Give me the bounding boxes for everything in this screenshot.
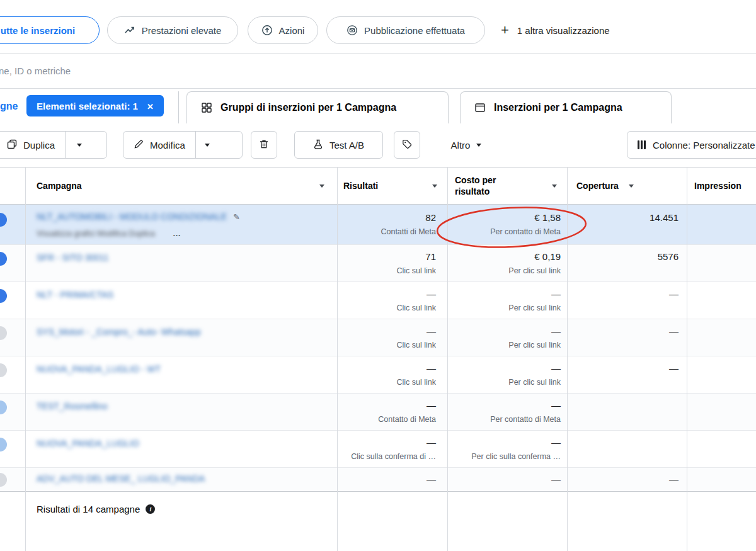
campaign-toggle[interactable] (0, 473, 7, 487)
table-row[interactable]: NUOVA_PANDA_LUGLIO - WT —Clic sul link —… (0, 356, 756, 394)
pencil-icon[interactable] (233, 211, 240, 222)
campaign-name-link[interactable]: NLT_AUTOMOBILI - MODULO CONDIZIONALE (37, 212, 227, 222)
sort-caret-icon[interactable] (629, 185, 634, 188)
more-actions-icon[interactable] (173, 229, 181, 238)
results-value: 71 (337, 251, 436, 262)
cost-cell: € 1,58 Per contatto di Meta (447, 212, 567, 236)
header-results[interactable]: Risultati (337, 168, 447, 204)
pencil-icon (134, 139, 144, 151)
table-row[interactable]: SYS_Motori - _Compro_- Auto- Whatsapp —C… (0, 319, 756, 356)
selected-elements-label: Elementi selezionati: 1 (37, 101, 138, 111)
edit-label: Modifica (150, 140, 185, 151)
duplicate-split-button: Duplica (0, 131, 107, 159)
flask-icon (313, 139, 323, 151)
campaign-toggle[interactable] (0, 213, 7, 227)
edit-dropdown[interactable] (195, 132, 219, 158)
campaign-name-link[interactable]: TEST_Rosmellino (37, 401, 108, 411)
filter-pill-all-ads[interactable]: utte le inserzioni (0, 16, 100, 44)
filter-pill-label: utte le inserzioni (1, 25, 75, 36)
campaign-toggle[interactable] (0, 400, 7, 414)
sort-caret-icon[interactable] (552, 185, 557, 188)
tag-button[interactable] (394, 131, 420, 159)
table-row[interactable]: ADV_AUTO DEL MESE_ LUGLIO_PANDA — — — (0, 468, 756, 492)
filter-pill-label: Prestazioni elevate (142, 25, 222, 36)
cost-label: Per clic sul link (447, 378, 561, 387)
campaign-toggle[interactable] (0, 289, 7, 303)
header-reach-label: Copertura (576, 181, 619, 191)
table-row[interactable]: SFR - SITO 30011 71Clic sul link € 0,19P… (0, 245, 756, 282)
duplicate-label: Duplica (23, 140, 55, 151)
duplicate-dropdown[interactable] (65, 132, 93, 158)
cost-value: — (447, 326, 561, 336)
campaign-cell: NLT_AUTOMOBILI - MODULO CONDIZIONALE Vis… (37, 211, 307, 222)
cost-value: — (447, 363, 561, 373)
campaign-toggle[interactable] (0, 363, 7, 377)
header-campaign-label: Campagna (37, 181, 82, 191)
results-label: Clic sul link (337, 266, 436, 275)
tab-campaigns[interactable]: gne (0, 89, 18, 123)
filter-pill-published[interactable]: Pubblicazione effettuata (326, 16, 485, 44)
actions-toolbar: Duplica Modifica Test A/B (0, 123, 756, 167)
campaign-name-link[interactable]: NUOVA_PANDA_LUGLIO (37, 438, 139, 448)
campaign-name-link[interactable]: NLT - PRIMA/CTAS (37, 290, 113, 300)
edit-button[interactable]: Modifica (123, 132, 195, 158)
results-label: Clic sul link (337, 341, 436, 349)
tab-adsets[interactable]: Gruppi di inserzioni per 1 Campagna (186, 91, 449, 123)
results-label: Clic sulla conferma di … (337, 452, 436, 461)
filter-pill-actions[interactable]: Azioni (248, 16, 318, 44)
search-bar[interactable]: ne, ID o metriche (0, 54, 756, 89)
delete-button[interactable] (251, 131, 277, 159)
reach-value: — (567, 363, 679, 373)
tag-icon (402, 139, 412, 151)
ad-window-icon (474, 102, 486, 113)
reach-value: — (567, 326, 679, 336)
campaign-toggle[interactable] (0, 252, 7, 266)
campaign-name-link[interactable]: ADV_AUTO DEL MESE_ LUGLIO_PANDA (37, 474, 205, 484)
trash-icon (259, 139, 269, 151)
selected-elements-badge[interactable]: Elementi selezionati: 1 (26, 95, 164, 116)
reach-value: — (567, 474, 679, 484)
columns-button[interactable]: Colonne: Personalizzate (627, 131, 756, 159)
info-icon[interactable] (146, 504, 155, 514)
sort-caret-icon[interactable] (432, 185, 437, 188)
sort-caret-icon[interactable] (319, 185, 324, 188)
tab-ads[interactable]: Inserzioni per 1 Campagna (460, 91, 672, 123)
chevron-down-icon (476, 144, 481, 147)
table-row[interactable]: TEST_Rosmellino —Contatto di Meta —Per c… (0, 394, 756, 431)
close-icon[interactable] (147, 101, 154, 111)
results-value: 82 (337, 212, 436, 223)
campaign-name-link[interactable]: NUOVA_PANDA_LUGLIO - WT (37, 364, 161, 374)
cost-value: € 0,19 (447, 251, 561, 262)
campaign-name-link[interactable]: SYS_Motori - _Compro_- Auto- Whatsapp (37, 327, 201, 337)
results-value: — (337, 437, 436, 448)
table-row[interactable]: NUOVA_PANDA_LUGLIO —Clic sulla conferma … (0, 431, 756, 468)
add-view-button[interactable]: 1 altra visualizzazione (501, 16, 610, 44)
more-button[interactable]: Altro (441, 131, 491, 159)
tab-adsets-label: Gruppi di inserzioni per 1 Campagna (220, 102, 396, 113)
duplicate-button[interactable]: Duplica (0, 132, 65, 158)
header-cost-per-result[interactable]: Costo per risultato (447, 168, 567, 204)
cost-label: Per clic sul link (447, 341, 561, 349)
ads-manager-screen: utte le inserzioni Prestazioni elevate A… (0, 0, 756, 551)
filter-pill-high-performance[interactable]: Prestazioni elevate (107, 16, 238, 44)
table-row[interactable]: NLT - PRIMA/CTAS —Clic sul link —Per cli… (0, 282, 756, 319)
arrow-up-circle-icon (261, 25, 273, 36)
header-campaign[interactable]: Campagna (25, 168, 337, 204)
table-row[interactable]: NLT_AUTOMOBILI - MODULO CONDIZIONALE Vis… (0, 205, 756, 245)
header-results-label: Risultati (343, 181, 378, 191)
search-input[interactable]: ne, ID o metriche (0, 65, 71, 76)
results-value: — (337, 288, 436, 299)
results-value: — (337, 400, 436, 411)
row-hover-actions[interactable]: Visualizza grafici Modifica Duplica (37, 229, 155, 238)
header-impressions[interactable]: Impression (687, 168, 756, 204)
plus-icon (501, 23, 509, 37)
cost-value: — (447, 474, 561, 484)
campaign-toggle[interactable] (0, 326, 7, 340)
results-value: — (337, 363, 436, 373)
header-reach[interactable]: Copertura (567, 168, 687, 204)
columns-icon (638, 140, 646, 149)
ab-test-button[interactable]: Test A/B (294, 131, 383, 159)
campaign-toggle[interactable] (0, 438, 7, 452)
campaign-name-link[interactable]: SFR - SITO 30011 (37, 253, 109, 263)
cost-value: — (447, 400, 561, 411)
